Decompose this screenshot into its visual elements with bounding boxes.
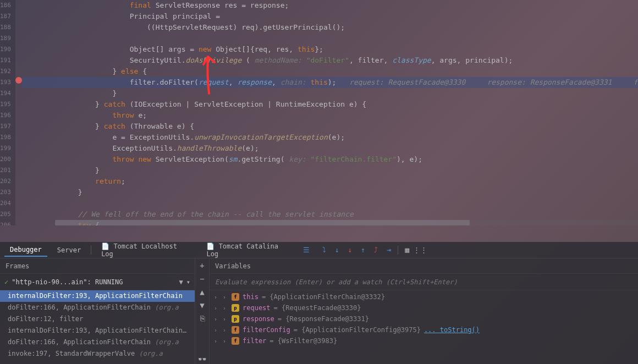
variable-row[interactable]: ››f filter = {WsFilter@3983} bbox=[210, 335, 638, 346]
expand-icon[interactable]: › bbox=[214, 338, 219, 344]
breakpoint-slot[interactable] bbox=[15, 215, 22, 225]
expand-icon[interactable]: › bbox=[214, 327, 219, 333]
breakpoint-slot[interactable] bbox=[15, 118, 22, 129]
breakpoint-slot[interactable] bbox=[15, 129, 22, 140]
breakpoint-slot[interactable] bbox=[15, 150, 22, 161]
stack-frame[interactable]: invoke:197, StandardWrapperValve (org.a bbox=[0, 348, 195, 360]
variable-list[interactable]: ››f this = {ApplicationFilterChain@3332}… bbox=[210, 290, 638, 364]
code-line[interactable]: // We fell off the end of the chain -- c… bbox=[22, 209, 638, 220]
vars-content: Variables Evaluate expression (Enter) or… bbox=[210, 258, 638, 364]
breakpoint-slot[interactable] bbox=[15, 204, 22, 215]
var-value: = {ApplicationFilterConfig@3975} bbox=[294, 326, 421, 334]
var-value: = {WsFilter@3983} bbox=[270, 337, 337, 345]
code-line[interactable]: } catch (IOException | ServletException … bbox=[22, 99, 638, 110]
step-over-icon[interactable]: ⤵ bbox=[320, 246, 328, 255]
breakpoint-slot[interactable] bbox=[15, 64, 22, 75]
code-line[interactable]: filter.doFilter(request, response, chain… bbox=[22, 77, 638, 88]
breakpoint-slot[interactable] bbox=[15, 21, 22, 32]
line-number: 189 bbox=[0, 33, 15, 44]
code-area[interactable]: final ServletResponse res = response; Pr… bbox=[22, 0, 638, 225]
code-line[interactable]: throw new ServletException(sm.getString(… bbox=[22, 154, 638, 165]
var-value: = {ApplicationFilterChain@3332} bbox=[262, 293, 385, 301]
breakpoint-slot[interactable] bbox=[15, 183, 22, 194]
code-line[interactable]: } catch (Throwable e) { bbox=[22, 121, 638, 132]
drop-frame-icon[interactable]: ⤴ bbox=[372, 246, 381, 255]
code-editor[interactable]: 1861871881891901911921931941951961971981… bbox=[0, 0, 638, 225]
breakpoint-icon[interactable] bbox=[15, 77, 22, 84]
code-line[interactable]: } bbox=[22, 187, 638, 198]
force-step-into-icon[interactable]: ↓ bbox=[346, 246, 355, 255]
copy-icon[interactable]: ⎘ bbox=[197, 313, 207, 323]
code-line[interactable]: throw e; bbox=[22, 110, 638, 121]
tab-server[interactable]: Server bbox=[52, 244, 86, 256]
breakpoint-slot[interactable] bbox=[15, 97, 22, 108]
var-name: filterConfig bbox=[243, 326, 290, 334]
breakpoint-slot[interactable] bbox=[15, 86, 22, 97]
expand-icon[interactable]: › bbox=[214, 305, 219, 311]
add-watch-icon[interactable]: + bbox=[197, 261, 207, 271]
var-badge-icon: p bbox=[232, 315, 239, 323]
variable-row[interactable]: ››p response = {ResponseFacade@3331} bbox=[210, 313, 638, 324]
breakpoint-slot[interactable] bbox=[15, 172, 22, 183]
run-to-cursor-icon[interactable]: ⇥ bbox=[385, 246, 394, 255]
expand-icon[interactable]: › bbox=[214, 316, 219, 322]
code-line[interactable]: Object[] args = new Object[]{req, res, t… bbox=[22, 44, 638, 55]
stack-frame[interactable]: doFilter:12, filter bbox=[0, 313, 195, 325]
breakpoint-slot[interactable] bbox=[15, 32, 22, 43]
chevron-icon: › bbox=[223, 316, 228, 322]
stack-frame[interactable]: doFilter:166, ApplicationFilterChain (or… bbox=[0, 302, 195, 313]
breakpoint-slot[interactable] bbox=[15, 194, 22, 205]
down-icon[interactable]: ▼ bbox=[197, 300, 207, 310]
stack-frame[interactable]: doFilter:166, ApplicationFilterChain (or… bbox=[0, 337, 195, 348]
breakpoint-slot[interactable] bbox=[15, 43, 22, 54]
evaluate-icon[interactable]: ▦ bbox=[403, 246, 411, 255]
code-line[interactable]: e = ExceptionUtils.unwrapInvocationTarge… bbox=[22, 132, 638, 143]
variable-row[interactable]: ››p request = {RequestFacade@3330} bbox=[210, 302, 638, 313]
code-line[interactable]: return; bbox=[22, 176, 638, 187]
code-line[interactable] bbox=[22, 33, 638, 44]
filter-icon[interactable]: ▼ bbox=[179, 278, 183, 286]
breakpoint-slot[interactable] bbox=[15, 11, 22, 22]
tostring-link[interactable]: ... toString() bbox=[424, 326, 480, 334]
code-line[interactable]: } bbox=[22, 88, 638, 99]
breakpoint-slot[interactable] bbox=[15, 161, 22, 172]
trace-icon[interactable]: ⋮⋮ bbox=[416, 246, 425, 255]
step-into-icon[interactable]: ↓ bbox=[333, 246, 342, 255]
stack-frame[interactable]: internalDoFilter:193, ApplicationFilterC… bbox=[0, 325, 195, 337]
tab-catalina-log[interactable]: 📄 Tomcat Catalina Log bbox=[201, 240, 298, 260]
frame-list[interactable]: internalDoFilter:193, ApplicationFilterC… bbox=[0, 290, 195, 364]
horizontal-scrollbar[interactable] bbox=[55, 220, 638, 225]
var-value: = {RequestFacade@3330} bbox=[274, 304, 361, 312]
tab-localhost-log[interactable]: 📄 Tomcat Localhost Log bbox=[96, 240, 196, 260]
evaluate-input[interactable]: Evaluate expression (Enter) or add a wat… bbox=[210, 274, 638, 290]
layout-icon[interactable]: ☰ bbox=[302, 246, 311, 255]
dropdown-icon[interactable]: ▾ bbox=[186, 278, 190, 286]
breakpoint-column[interactable] bbox=[15, 0, 22, 225]
var-name: filter bbox=[243, 337, 266, 345]
breakpoint-slot[interactable] bbox=[15, 75, 22, 86]
code-line[interactable]: final ServletResponse res = response; bbox=[22, 0, 638, 11]
up-icon[interactable]: ▲ bbox=[197, 287, 207, 297]
code-line[interactable]: } else { bbox=[22, 66, 638, 77]
variable-row[interactable]: ››f filterConfig = {ApplicationFilterCon… bbox=[210, 324, 638, 335]
code-line[interactable]: Principal principal = bbox=[22, 11, 638, 22]
breakpoint-slot[interactable] bbox=[15, 107, 22, 118]
code-line[interactable]: ExceptionUtils.handleThrowable(e); bbox=[22, 143, 638, 154]
breakpoint-slot[interactable] bbox=[15, 0, 22, 11]
breakpoint-slot[interactable] bbox=[15, 140, 22, 151]
breakpoint-slot[interactable] bbox=[15, 54, 22, 65]
glasses-icon[interactable]: 👓 bbox=[197, 354, 207, 364]
step-out-icon[interactable]: ↑ bbox=[359, 246, 367, 255]
tab-debugger[interactable]: Debugger bbox=[4, 244, 47, 257]
expand-icon[interactable]: › bbox=[214, 294, 219, 300]
code-line[interactable]: } bbox=[22, 165, 638, 176]
scrollbar-thumb[interactable] bbox=[55, 220, 470, 225]
thread-selector[interactable]: ✓ "http-nio-90...ain": RUNNING ▼ ▾ bbox=[0, 274, 195, 290]
divider bbox=[398, 246, 398, 255]
code-line[interactable] bbox=[22, 198, 638, 209]
code-line[interactable]: SecurityUtil.doAsPrivilege ( methodName:… bbox=[22, 55, 638, 66]
remove-watch-icon[interactable]: − bbox=[197, 274, 207, 284]
stack-frame[interactable]: internalDoFilter:193, ApplicationFilterC… bbox=[0, 290, 195, 302]
variable-row[interactable]: ››f this = {ApplicationFilterChain@3332} bbox=[210, 291, 638, 302]
code-line[interactable]: ((HttpServletRequest) req).getUserPrinci… bbox=[22, 22, 638, 33]
